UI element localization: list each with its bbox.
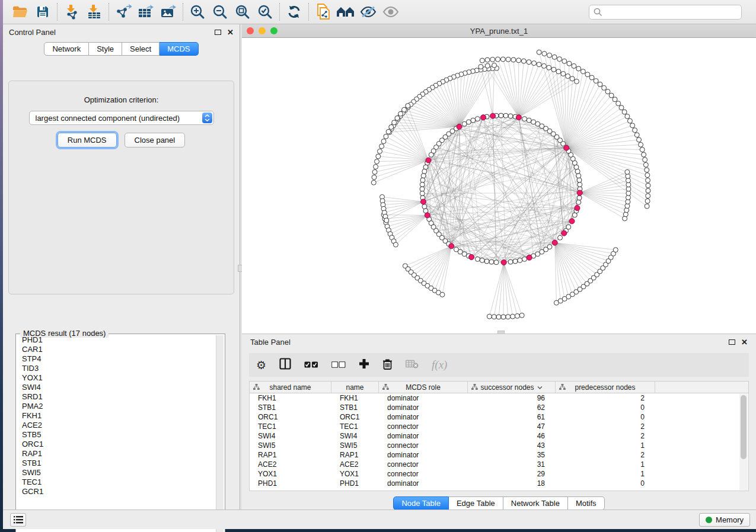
- leaf-node[interactable]: [496, 57, 500, 62]
- leaf-node[interactable]: [567, 61, 572, 66]
- import-table-icon[interactable]: [83, 2, 106, 22]
- table-row[interactable]: RAP1RAP1dominator352: [250, 450, 748, 460]
- leaf-node[interactable]: [574, 79, 579, 84]
- node[interactable]: [508, 114, 513, 118]
- leaf-node[interactable]: [646, 194, 650, 198]
- node[interactable]: [489, 259, 494, 264]
- leaf-node[interactable]: [547, 53, 552, 57]
- table-row[interactable]: SWI4SWI4dominator462: [250, 431, 748, 441]
- node[interactable]: [577, 178, 582, 182]
- leaf-node[interactable]: [562, 59, 567, 63]
- leaf-node[interactable]: [613, 97, 617, 102]
- mcds-node-item[interactable]: SWI4: [17, 383, 215, 392]
- node[interactable]: [462, 121, 467, 126]
- mcds-node-item[interactable]: CAR1: [17, 345, 215, 354]
- mcds-node-item[interactable]: ORC1: [17, 440, 215, 449]
- mcds-node-item[interactable]: RAP1: [17, 449, 215, 459]
- leaf-node[interactable]: [381, 139, 386, 144]
- leaf-node[interactable]: [645, 204, 649, 209]
- deselect-all-icon[interactable]: [331, 360, 346, 370]
- leaf-node[interactable]: [619, 105, 624, 110]
- node[interactable]: [475, 257, 480, 261]
- delete-row-icon[interactable]: [382, 358, 393, 372]
- mcds-hub-node[interactable]: [577, 190, 582, 196]
- leaf-node[interactable]: [645, 168, 649, 172]
- float-window-icon[interactable]: [729, 339, 735, 345]
- leaf-node[interactable]: [485, 57, 490, 62]
- mcds-node-item[interactable]: SWI5: [17, 468, 215, 477]
- table-row[interactable]: ORC1ORC1dominator610: [250, 412, 748, 422]
- leaf-node[interactable]: [645, 173, 650, 178]
- leaf-node[interactable]: [639, 142, 643, 147]
- table-row[interactable]: SWI5SWI5connector431: [250, 441, 748, 450]
- mcds-node-item[interactable]: TEC1: [17, 477, 215, 487]
- leaf-node[interactable]: [594, 79, 598, 84]
- table-row[interactable]: ACE2ACE2connector311: [250, 460, 748, 469]
- node[interactable]: [547, 245, 552, 249]
- column-header-successor-nodes[interactable]: successor nodes: [468, 382, 556, 393]
- search-input[interactable]: [606, 8, 737, 17]
- leaf-node[interactable]: [379, 144, 384, 149]
- node[interactable]: [503, 113, 508, 118]
- mcds-hub-node[interactable]: [516, 115, 521, 120]
- node[interactable]: [494, 260, 499, 265]
- leaf-node[interactable]: [642, 152, 646, 157]
- leaf-node[interactable]: [384, 218, 389, 223]
- leaf-node[interactable]: [500, 57, 505, 62]
- column-header-shared-name[interactable]: shared name: [250, 382, 331, 393]
- node[interactable]: [518, 258, 522, 262]
- leaf-node[interactable]: [376, 154, 381, 159]
- node[interactable]: [420, 182, 425, 187]
- leaf-node[interactable]: [537, 50, 541, 55]
- float-window-icon[interactable]: [215, 30, 221, 35]
- search-box[interactable]: [589, 5, 742, 20]
- leaf-node[interactable]: [372, 169, 377, 174]
- leaf-node[interactable]: [521, 59, 526, 63]
- mcds-hub-node[interactable]: [481, 115, 486, 120]
- leaf-node[interactable]: [645, 198, 650, 203]
- node[interactable]: [508, 259, 513, 264]
- leaf-node[interactable]: [393, 242, 398, 247]
- mcds-hub-node[interactable]: [449, 243, 454, 249]
- node[interactable]: [420, 191, 425, 196]
- leaf-node[interactable]: [506, 315, 511, 319]
- column-header-MCDS-role[interactable]: MCDS role: [379, 382, 468, 393]
- tab-style[interactable]: Style: [89, 42, 122, 56]
- leaf-node[interactable]: [646, 178, 650, 182]
- tab-mcds[interactable]: MCDS: [160, 42, 198, 56]
- node[interactable]: [471, 118, 476, 123]
- leaf-node[interactable]: [485, 63, 490, 68]
- leaf-node[interactable]: [492, 63, 497, 68]
- leaf-node[interactable]: [480, 58, 484, 63]
- column-header-predecessor-nodes[interactable]: predecessor nodes: [556, 382, 655, 393]
- leaf-node[interactable]: [598, 82, 602, 86]
- leaf-node[interactable]: [643, 162, 648, 167]
- node[interactable]: [566, 225, 571, 229]
- leaf-node[interactable]: [479, 65, 483, 69]
- leaf-node[interactable]: [627, 118, 632, 123]
- network-titlebar[interactable]: YPA_prune.txt_1: [242, 24, 756, 38]
- open-file-icon[interactable]: [9, 2, 31, 22]
- leaf-node[interactable]: [392, 120, 397, 125]
- leaf-node[interactable]: [496, 315, 501, 319]
- mcds-hub-node[interactable]: [425, 213, 430, 218]
- mcds-hub-node[interactable]: [490, 113, 496, 118]
- mcds-node-item[interactable]: YOX1: [17, 373, 215, 383]
- network-canvas[interactable]: [242, 38, 756, 334]
- leaf-node[interactable]: [542, 52, 547, 56]
- leaf-node[interactable]: [537, 62, 541, 67]
- node[interactable]: [422, 169, 427, 174]
- mcds-hub-node[interactable]: [552, 240, 557, 245]
- leaf-node[interactable]: [511, 314, 515, 319]
- node[interactable]: [484, 259, 489, 264]
- node[interactable]: [420, 178, 425, 182]
- leaf-node[interactable]: [602, 85, 607, 90]
- leaf-node[interactable]: [572, 63, 576, 68]
- leaf-node[interactable]: [492, 315, 496, 319]
- leaf-node[interactable]: [398, 111, 403, 116]
- leaf-node[interactable]: [511, 57, 516, 62]
- leaf-node[interactable]: [622, 110, 627, 114]
- node[interactable]: [522, 117, 527, 121]
- scrollbar-thumb[interactable]: [741, 395, 747, 459]
- leaf-node[interactable]: [552, 55, 557, 59]
